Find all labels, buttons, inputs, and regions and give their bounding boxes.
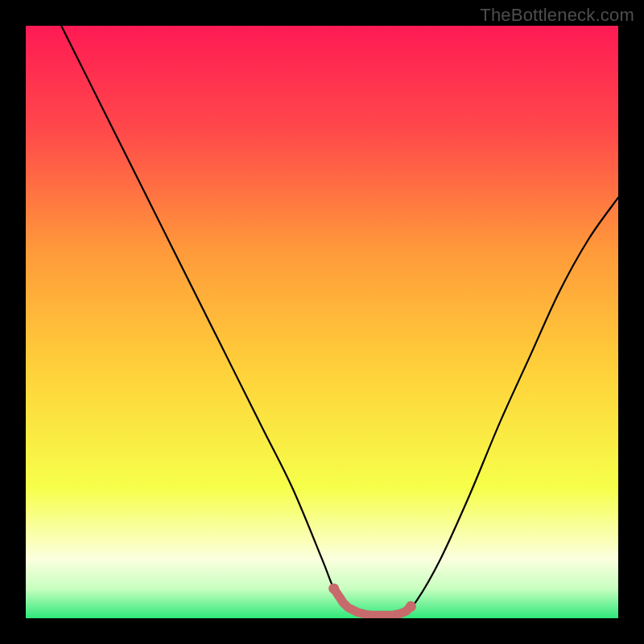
gradient-background (26, 26, 618, 618)
plot-area (26, 26, 618, 618)
chart-frame: TheBottleneck.com (0, 0, 644, 644)
svg-rect-0 (26, 26, 618, 618)
watermark-text: TheBottleneck.com (480, 5, 634, 26)
